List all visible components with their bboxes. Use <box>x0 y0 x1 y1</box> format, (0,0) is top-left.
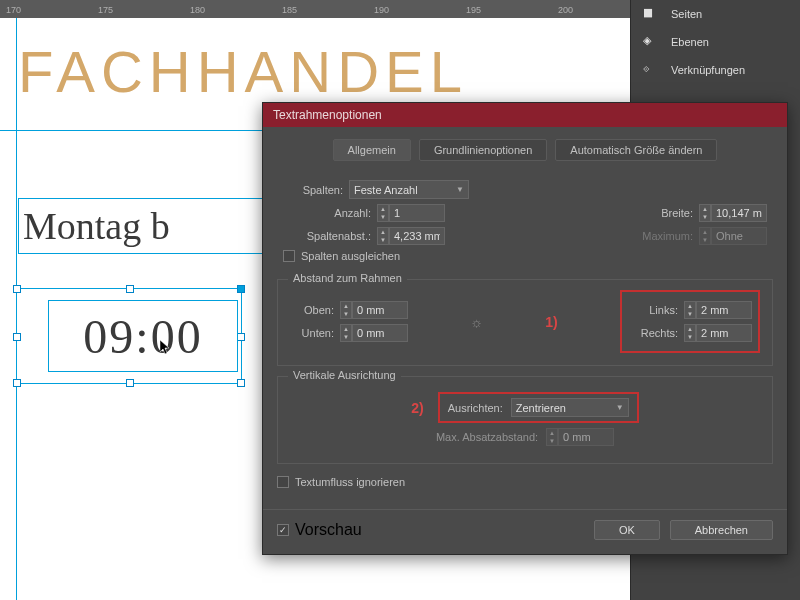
panel-label: Verknüpfungen <box>671 64 745 76</box>
link-icon[interactable]: ☼ <box>470 314 483 330</box>
highlight-box-2: Ausrichten: Zentrieren▼ <box>438 392 639 423</box>
text-content: 09:00 <box>83 309 202 364</box>
bottom-spinner[interactable]: ▲▼ <box>340 324 408 342</box>
layers-icon <box>643 34 661 50</box>
max-para-spinner: ▲▼ <box>546 428 614 446</box>
ignore-wrap-label: Textumfluss ignorieren <box>295 476 405 488</box>
inset-legend: Abstand zum Rahmen <box>288 272 407 284</box>
columns-type-dropdown[interactable]: Feste Anzahl▼ <box>349 180 469 199</box>
left-input[interactable] <box>696 301 752 319</box>
ignore-wrap-checkbox[interactable] <box>277 476 289 488</box>
gutter-spinner[interactable]: ▲▼ <box>377 227 445 245</box>
ok-button[interactable]: OK <box>594 520 660 540</box>
width-spinner[interactable]: ▲▼ <box>699 204 767 222</box>
links-icon <box>643 62 661 78</box>
panel-links[interactable]: Verknüpfungen <box>631 56 800 84</box>
gutter-input[interactable] <box>389 227 445 245</box>
dialog-tabs: Allgemein Grundlinienoptionen Automatisc… <box>277 139 773 161</box>
horizontal-ruler: 170 175 180 185 190 195 200 <box>0 0 630 18</box>
count-label: Anzahl: <box>283 207 371 219</box>
align-dropdown[interactable]: Zentrieren▼ <box>511 398 629 417</box>
left-label: Links: <box>628 304 678 316</box>
right-label: Rechts: <box>628 327 678 339</box>
inset-fieldset: Abstand zum Rahmen Oben: ▲▼ Unten: ▲▼ ☼ … <box>277 279 773 366</box>
top-input[interactable] <box>352 301 408 319</box>
tab-general[interactable]: Allgemein <box>333 139 411 161</box>
panel-label: Ebenen <box>671 36 709 48</box>
width-input[interactable] <box>711 204 767 222</box>
bottom-input[interactable] <box>352 324 408 342</box>
valign-legend: Vertikale Ausrichtung <box>288 369 401 381</box>
text-frame-1[interactable]: Montag b <box>18 198 263 254</box>
left-spinner[interactable]: ▲▼ <box>684 301 752 319</box>
annotation-1: 1) <box>545 314 557 330</box>
align-label: Ausrichten: <box>448 402 503 414</box>
dialog-title: Textrahmenoptionen <box>263 103 787 127</box>
highlight-box-1: Links: ▲▼ Rechts: ▲▼ <box>620 290 760 353</box>
pages-icon <box>643 6 661 22</box>
max-para-label: Max. Absatzabstand: <box>436 431 538 443</box>
max-para-input <box>558 428 614 446</box>
gutter-label: Spaltenabst.: <box>283 230 371 242</box>
panel-layers[interactable]: Ebenen <box>631 28 800 56</box>
cancel-button[interactable]: Abbrechen <box>670 520 773 540</box>
right-input[interactable] <box>696 324 752 342</box>
preview-checkbox[interactable]: ✓ <box>277 524 289 536</box>
right-spinner[interactable]: ▲▼ <box>684 324 752 342</box>
text-frame-selected[interactable]: 09:00 <box>48 300 238 372</box>
panel-label: Seiten <box>671 8 702 20</box>
bottom-label: Unten: <box>290 327 334 339</box>
text-frame-options-dialog: Textrahmenoptionen Allgemein Grundlinien… <box>262 102 788 555</box>
count-input[interactable] <box>389 204 445 222</box>
text-content: Montag b <box>23 204 170 248</box>
balance-label: Spalten ausgleichen <box>301 250 400 262</box>
columns-label: Spalten: <box>283 184 343 196</box>
balance-checkbox[interactable] <box>283 250 295 262</box>
heading-text: FACHHANDEL <box>18 38 468 105</box>
annotation-2: 2) <box>411 400 423 416</box>
max-spinner: ▲▼ <box>699 227 767 245</box>
cursor-icon <box>160 340 172 356</box>
count-spinner[interactable]: ▲▼ <box>377 204 445 222</box>
panel-pages[interactable]: Seiten <box>631 0 800 28</box>
valign-fieldset: Vertikale Ausrichtung 2) Ausrichten: Zen… <box>277 376 773 464</box>
max-label: Maximum: <box>623 230 693 242</box>
tab-baseline[interactable]: Grundlinienoptionen <box>419 139 547 161</box>
width-label: Breite: <box>637 207 693 219</box>
tab-autosize[interactable]: Automatisch Größe ändern <box>555 139 717 161</box>
top-spinner[interactable]: ▲▼ <box>340 301 408 319</box>
max-input <box>711 227 767 245</box>
preview-label: Vorschau <box>295 521 362 539</box>
top-label: Oben: <box>290 304 334 316</box>
